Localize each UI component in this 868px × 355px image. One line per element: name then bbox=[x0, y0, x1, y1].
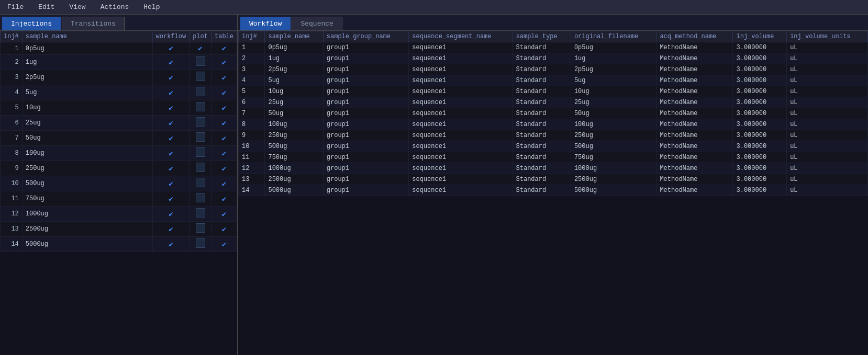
inj-number: 2 bbox=[1, 55, 23, 70]
workflow-check[interactable]: ✔ bbox=[152, 176, 190, 191]
table-row[interactable]: 8100uggroup1sequence1Standard100ugMethod… bbox=[239, 119, 868, 130]
workflow-check[interactable]: ✔ bbox=[152, 116, 190, 131]
table-check[interactable]: ✔ bbox=[211, 55, 237, 70]
col-inj-num: inj# bbox=[1, 31, 23, 42]
injections-table-container[interactable]: inj# sample_name workflow plot table 10p… bbox=[0, 31, 237, 355]
table-check[interactable]: ✔ bbox=[211, 191, 237, 207]
workflow-check[interactable]: ✔ bbox=[152, 146, 190, 161]
table-check[interactable]: ✔ bbox=[211, 116, 237, 131]
menu-help[interactable]: Help bbox=[140, 2, 163, 12]
table-check[interactable]: ✔ bbox=[211, 176, 237, 191]
table-row[interactable]: 21ug✔✔ bbox=[1, 55, 237, 70]
workflow-check[interactable]: ✔ bbox=[152, 70, 190, 85]
menu-view[interactable]: View bbox=[66, 2, 88, 12]
workflow-check[interactable]: ✔ bbox=[152, 85, 190, 100]
plot-check[interactable] bbox=[190, 131, 212, 146]
table-row[interactable]: 10p5uggroup1sequence1Standard0p5ugMethod… bbox=[239, 42, 868, 53]
table-row[interactable]: 9250uggroup1sequence1Standard250ugMethod… bbox=[239, 130, 868, 141]
workflow-check[interactable]: ✔ bbox=[152, 131, 190, 146]
plot-check[interactable] bbox=[190, 222, 212, 237]
plot-check[interactable] bbox=[190, 116, 212, 131]
plot-check[interactable] bbox=[190, 191, 212, 207]
tab-injections[interactable]: Injections bbox=[2, 17, 61, 30]
plot-check[interactable] bbox=[190, 100, 212, 116]
table-row[interactable]: 10500ug✔✔ bbox=[1, 176, 237, 191]
table-row[interactable]: 32p5uggroup1sequence1Standard2p5ugMethod… bbox=[239, 64, 868, 75]
original-filename: 10ug bbox=[571, 86, 656, 97]
table-row[interactable]: 750ug✔✔ bbox=[1, 131, 237, 146]
table-check[interactable]: ✔ bbox=[211, 222, 237, 237]
table-row[interactable]: 750uggroup1sequence1Standard50ugMethodNa… bbox=[239, 108, 868, 119]
tab-transitions[interactable]: Transitions bbox=[62, 17, 125, 30]
workflow-check[interactable]: ✔ bbox=[152, 55, 190, 70]
workflow-check[interactable]: ✔ bbox=[152, 237, 190, 252]
table-check[interactable]: ✔ bbox=[211, 42, 237, 55]
sample-name: 10ug bbox=[22, 100, 152, 116]
tab-sequence[interactable]: Sequence bbox=[292, 17, 342, 30]
table-row[interactable]: 45uggroup1sequence1Standard5ugMethodName… bbox=[239, 75, 868, 86]
table-row[interactable]: 21uggroup1sequence1Standard1ugMethodName… bbox=[239, 53, 868, 64]
sample-type: Standard bbox=[513, 64, 571, 75]
sample-type: Standard bbox=[513, 141, 571, 152]
check-icon: ✔ bbox=[169, 210, 173, 219]
plot-check[interactable] bbox=[190, 85, 212, 100]
table-row[interactable]: 32p5ug✔✔ bbox=[1, 70, 237, 85]
workflow-check[interactable]: ✔ bbox=[152, 161, 190, 176]
group-name: group1 bbox=[323, 86, 408, 97]
plot-check[interactable] bbox=[190, 207, 212, 222]
table-row[interactable]: 10500uggroup1sequence1Standard500ugMetho… bbox=[239, 141, 868, 152]
table-row[interactable]: 132500ug✔✔ bbox=[1, 222, 237, 237]
table-check[interactable]: ✔ bbox=[211, 85, 237, 100]
table-check[interactable]: ✔ bbox=[211, 207, 237, 222]
inj-number: 12 bbox=[1, 207, 23, 222]
checkbox-empty bbox=[196, 238, 205, 248]
check-icon: ✔ bbox=[169, 44, 173, 53]
table-row[interactable]: 625uggroup1sequence1Standard25ugMethodNa… bbox=[239, 97, 868, 108]
plot-check[interactable] bbox=[190, 55, 212, 70]
table-check[interactable]: ✔ bbox=[211, 237, 237, 252]
table-row[interactable]: 121000ug✔✔ bbox=[1, 207, 237, 222]
workflow-table-container[interactable]: inj# sample_name sample_group_name seque… bbox=[238, 31, 868, 355]
table-row[interactable]: 11750ug✔✔ bbox=[1, 191, 237, 207]
plot-check[interactable]: ✔ bbox=[190, 42, 212, 55]
workflow-check[interactable]: ✔ bbox=[152, 42, 190, 55]
table-check[interactable]: ✔ bbox=[211, 131, 237, 146]
table-row[interactable]: 10p5ug✔✔✔ bbox=[1, 42, 237, 55]
workflow-check[interactable]: ✔ bbox=[152, 207, 190, 222]
table-row[interactable]: 132500uggroup1sequence1Standard2500ugMet… bbox=[239, 174, 868, 185]
table-row[interactable]: 510ug✔✔ bbox=[1, 100, 237, 116]
table-row[interactable]: 145000uggroup1sequence1Standard5000ugMet… bbox=[239, 185, 868, 196]
table-row[interactable]: 625ug✔✔ bbox=[1, 116, 237, 131]
method-name: MethodName bbox=[656, 64, 733, 75]
inj-volume: 3.000000 bbox=[733, 185, 787, 196]
table-row[interactable]: 9250ug✔✔ bbox=[1, 161, 237, 176]
plot-check[interactable] bbox=[190, 176, 212, 191]
plot-check[interactable] bbox=[190, 70, 212, 85]
tab-workflow[interactable]: Workflow bbox=[240, 17, 291, 30]
table-check[interactable]: ✔ bbox=[211, 146, 237, 161]
menu-file[interactable]: File bbox=[4, 2, 27, 12]
menu-actions[interactable]: Actions bbox=[97, 2, 132, 12]
table-row[interactable]: 8100ug✔✔ bbox=[1, 146, 237, 161]
method-name: MethodName bbox=[656, 108, 733, 119]
workflow-check[interactable]: ✔ bbox=[152, 100, 190, 116]
menu-edit[interactable]: Edit bbox=[35, 2, 58, 12]
workflow-check[interactable]: ✔ bbox=[152, 191, 190, 207]
table-check[interactable]: ✔ bbox=[211, 161, 237, 176]
table-row[interactable]: 510uggroup1sequence1Standard10ugMethodNa… bbox=[239, 86, 868, 97]
check-icon: ✔ bbox=[169, 89, 173, 97]
method-name: MethodName bbox=[656, 97, 733, 108]
plot-check[interactable] bbox=[190, 146, 212, 161]
segment-name: sequence1 bbox=[409, 141, 513, 152]
table-row[interactable]: 121000uggroup1sequence1Standard1000ugMet… bbox=[239, 163, 868, 174]
plot-check[interactable] bbox=[190, 237, 212, 252]
table-row[interactable]: 145000ug✔✔ bbox=[1, 237, 237, 252]
workflow-check[interactable]: ✔ bbox=[152, 222, 190, 237]
table-row[interactable]: 45ug✔✔ bbox=[1, 85, 237, 100]
table-check[interactable]: ✔ bbox=[211, 100, 237, 116]
table-check[interactable]: ✔ bbox=[211, 70, 237, 85]
table-row[interactable]: 11750uggroup1sequence1Standard750ugMetho… bbox=[239, 152, 868, 163]
sample-name: 1000ug bbox=[22, 207, 152, 222]
inj-number: 9 bbox=[1, 161, 23, 176]
plot-check[interactable] bbox=[190, 161, 212, 176]
